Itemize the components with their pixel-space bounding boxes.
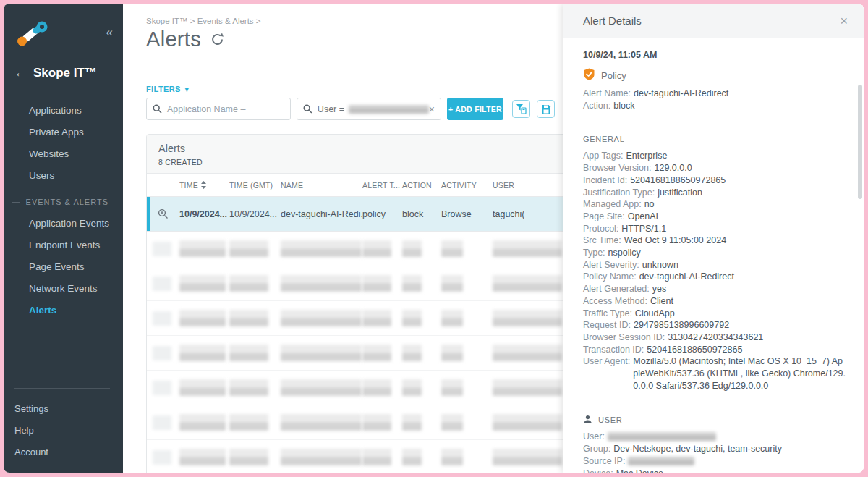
- table-column-header[interactable]: TIME (GMT): [229, 181, 281, 190]
- user-section-label: USER: [598, 415, 622, 424]
- application-name-placeholder: Application Name –: [167, 104, 245, 114]
- table-row-redacted[interactable]: [147, 232, 572, 266]
- table-row-redacted[interactable]: [147, 336, 572, 371]
- user-filter-input[interactable]: User = ×: [297, 98, 441, 120]
- search-icon: [303, 104, 312, 114]
- refresh-icon[interactable]: [210, 32, 225, 50]
- panel-scrollbar[interactable]: [858, 85, 862, 199]
- column-label: TIME (GMT): [229, 181, 273, 190]
- detail-field-label: Traffic Type:: [583, 308, 632, 320]
- application-name-filter-input[interactable]: Application Name –: [146, 98, 291, 120]
- cell-action: block: [402, 209, 441, 219]
- sidebar-item[interactable]: Network Events: [4, 277, 123, 299]
- detail-field-value: Dev-Netskope, dev-taguchi, team-security: [613, 443, 782, 455]
- table-row-redacted[interactable]: [147, 405, 572, 440]
- chevron-down-icon: ▼: [184, 86, 190, 93]
- filters-label: FILTERS: [146, 85, 181, 93]
- clear-filter-icon[interactable]: ×: [429, 104, 435, 115]
- user-section-title: USER: [583, 415, 846, 424]
- add-filter-button[interactable]: + ADD FILTER: [447, 98, 503, 120]
- table-column-header[interactable]: ACTIVITY: [441, 181, 493, 190]
- alerts-table: Alerts 8 CREATED TIME TIME (GMT) NAME AL…: [146, 134, 573, 473]
- detail-field: User:: [583, 431, 846, 443]
- detail-field: Managed App: no: [583, 198, 846, 211]
- detail-field-value: 3130427420334343621: [668, 332, 763, 344]
- sidebar-item[interactable]: Help: [4, 419, 123, 441]
- detail-field: Transaction ID: 5204168188650972865: [583, 344, 846, 356]
- sidebar-title[interactable]: ← Skope IT™: [4, 47, 123, 80]
- sidebar-item[interactable]: Account: [4, 441, 123, 463]
- table-blurred-rows: [147, 232, 572, 473]
- sidebar: « ← Skope IT™ Applications Private Apps …: [4, 4, 123, 473]
- sidebar-item[interactable]: Settings: [4, 397, 123, 419]
- redacted-value: [628, 457, 694, 465]
- table-column-header[interactable]: USER: [493, 181, 572, 190]
- filters-toggle[interactable]: FILTERS▼: [146, 85, 190, 93]
- detail-field-label: User:: [583, 431, 605, 443]
- detail-field-value: nspolicy: [608, 247, 641, 259]
- detail-field-label: Policy Name:: [583, 271, 637, 283]
- sidebar-item[interactable]: Alerts: [4, 299, 123, 321]
- breadcrumb[interactable]: Skope IT™ > Events & Alerts >: [146, 17, 261, 25]
- detail-field: Justification Type: justification: [583, 187, 846, 199]
- close-icon[interactable]: ×: [840, 14, 848, 28]
- sidebar-item[interactable]: Private Apps: [4, 121, 123, 143]
- sidebar-item[interactable]: Users: [4, 164, 123, 186]
- table-column-header[interactable]: NAME: [281, 181, 362, 190]
- detail-field: Device: Mac Device: [583, 468, 846, 473]
- detail-field: Access Method: Client: [583, 295, 846, 308]
- detail-field: Request ID: 2947985138996609792: [583, 319, 846, 332]
- detail-field: Alert Name: dev-taguchi-AI-Redirect: [583, 88, 846, 100]
- table-column-header[interactable]: TIME: [179, 181, 229, 190]
- sidebar-item[interactable]: Page Events: [4, 256, 123, 277]
- detail-field-value: Wed Oct 9 11:05:00 2024: [624, 235, 726, 247]
- table-row-redacted[interactable]: [147, 266, 572, 301]
- table-row-redacted[interactable]: [147, 371, 572, 405]
- detail-field-value: Enterprise: [626, 150, 667, 162]
- detail-field-value: Client: [650, 295, 673, 308]
- sidebar-item[interactable]: Websites: [4, 143, 123, 164]
- detail-field-label: Access Method:: [583, 295, 647, 308]
- detail-field: Type: nspolicy: [583, 247, 846, 259]
- panel-title: Alert Details: [583, 14, 642, 27]
- save-filter-button[interactable]: [537, 100, 555, 118]
- sidebar-item[interactable]: Application Events: [4, 212, 123, 234]
- detail-field: Policy Name: dev-taguchi-AI-Redirect: [583, 271, 846, 283]
- sidebar-item[interactable]: Applications: [4, 99, 123, 121]
- sort-icon[interactable]: [201, 181, 206, 189]
- detail-field-value: justification: [658, 187, 702, 199]
- filter-list-button[interactable]: [512, 100, 530, 118]
- sidebar-section-events-alerts: EVENTS & ALERTS: [4, 198, 123, 206]
- table-row-redacted[interactable]: [147, 301, 572, 336]
- table-header-row: TIME TIME (GMT) NAME ALERT T... ACTION A…: [147, 174, 572, 197]
- column-label: ACTION: [402, 181, 432, 190]
- detail-field-value: no: [644, 198, 655, 211]
- user-filter-value-redacted: [349, 105, 429, 114]
- table-created-count: 8 CREATED: [158, 158, 561, 166]
- detail-field-label: User Agent:: [583, 355, 630, 368]
- back-arrow-icon[interactable]: ←: [14, 66, 27, 80]
- table-row-redacted[interactable]: [147, 440, 572, 473]
- column-label: TIME: [179, 181, 198, 190]
- zoom-in-row-icon[interactable]: [147, 208, 179, 219]
- cell-time-gmt: 10/9/2024...: [229, 209, 281, 219]
- detail-field-label: Group:: [583, 443, 610, 455]
- user-fields: User: Group: Dev-Netskope, dev-taguchi, …: [583, 431, 846, 473]
- detail-field: Alert Generated: yes: [583, 283, 846, 295]
- detail-field: Source IP:: [583, 455, 846, 468]
- general-section-title: GENERAL: [583, 135, 846, 143]
- table-column-header[interactable]: ALERT T...: [362, 181, 402, 190]
- detail-field-label: Page Site:: [583, 211, 625, 223]
- table-column-header[interactable]: ACTION: [402, 181, 441, 190]
- detail-field: App Tags: Enterprise: [583, 150, 846, 162]
- collapse-sidebar-icon[interactable]: «: [106, 25, 113, 40]
- cell-user: taguchi(: [493, 209, 572, 219]
- detail-field-label: Browser Session ID:: [583, 332, 665, 344]
- alert-timestamp: 10/9/24, 11:05 AM: [583, 50, 846, 60]
- detail-field: User Agent: Mozilla/5.0 (Macintosh; Inte…: [583, 355, 846, 392]
- detail-field: Browser Session ID: 3130427420334343621: [583, 332, 846, 344]
- user-filter-label: User =: [318, 104, 344, 114]
- table-row-selected[interactable]: 10/9/2024... 10/9/2024... dev-taguchi-AI…: [147, 197, 572, 232]
- sidebar-item[interactable]: Endpoint Events: [4, 234, 123, 256]
- detail-field: Traffic Type: CloudApp: [583, 308, 846, 320]
